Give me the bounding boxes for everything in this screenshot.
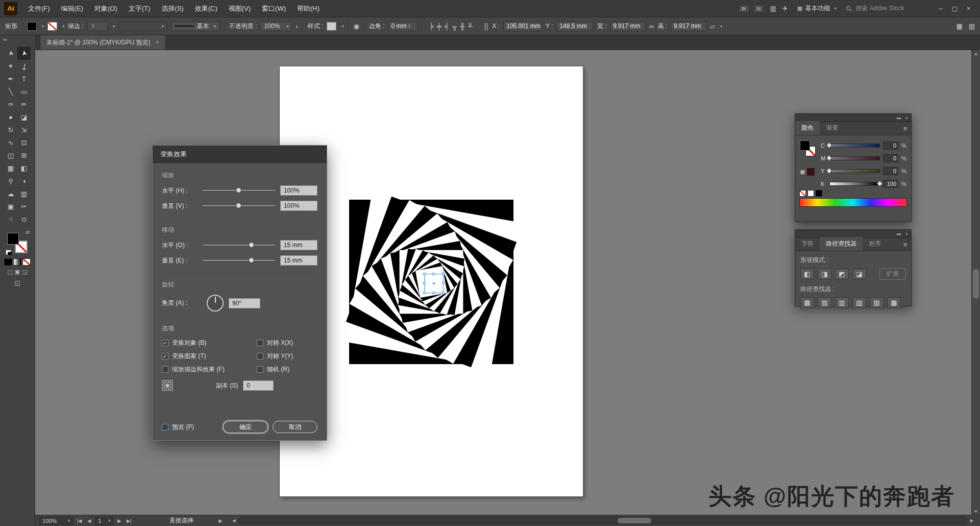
menu-item[interactable]: 编辑(E): [56, 0, 89, 17]
blend-tool[interactable]: ◑: [17, 175, 31, 187]
outline-button[interactable]: ▨: [870, 297, 884, 308]
width-tool[interactable]: ∿: [4, 136, 17, 149]
perspective-grid-tool[interactable]: ⊞: [17, 149, 31, 162]
arrange-documents-icon[interactable]: ▦: [956, 22, 962, 30]
menu-item[interactable]: 文字(T): [123, 0, 156, 17]
lasso-tool[interactable]: ʆ: [17, 60, 31, 73]
close-tab-icon[interactable]: ×: [156, 39, 159, 46]
screen-mode-button[interactable]: ◱: [0, 279, 35, 286]
rectangle-tool[interactable]: ▭: [17, 85, 31, 98]
stroke-weight-input[interactable]: ▴▾: [87, 21, 108, 31]
horizontal-scroll-thumb[interactable]: [618, 518, 651, 523]
slider-handle[interactable]: [249, 257, 254, 263]
bridge-badge[interactable]: Br: [739, 5, 749, 13]
status-popup-icon[interactable]: ▶: [218, 518, 222, 523]
brush-definition-select[interactable]: ▾: [118, 21, 167, 31]
opacity-input[interactable]: 100% ▾: [260, 21, 292, 31]
black-swatch[interactable]: [816, 190, 822, 197]
selection-handle[interactable]: [442, 273, 445, 275]
y-position-input[interactable]: 148.5 mm: [556, 21, 593, 31]
move-slider[interactable]: [203, 240, 275, 250]
scale-slider[interactable]: [203, 201, 275, 211]
channel-slider[interactable]: [829, 168, 880, 175]
paintbrush-tool[interactable]: ✑: [4, 98, 17, 111]
document-layout-icon[interactable]: ▤: [969, 22, 975, 30]
previous-artboard-button[interactable]: ◀: [86, 518, 92, 523]
collapse-panel-icon[interactable]: ◂◂: [896, 115, 901, 121]
stroke-style-select[interactable]: 基本 ▾: [171, 21, 219, 31]
close-panel-icon[interactable]: ×: [905, 231, 908, 236]
minus-front-button[interactable]: ◨: [818, 269, 831, 279]
fill-color-swatch[interactable]: [27, 22, 37, 31]
option-checkbox[interactable]: 变换对象 (B): [162, 339, 257, 347]
artboard-tool[interactable]: ▣: [4, 200, 17, 213]
scroll-left-icon[interactable]: ◀: [230, 518, 238, 523]
minus-back-button[interactable]: ▩: [887, 297, 901, 308]
chevron-down-icon[interactable]: ▾: [42, 24, 44, 29]
pen-tool[interactable]: ✒: [4, 73, 17, 85]
move-slider[interactable]: [203, 255, 275, 266]
selection-handle[interactable]: [442, 282, 445, 284]
align-center-icon[interactable]: ╪: [435, 22, 443, 30]
color-spectrum-bar[interactable]: [799, 198, 907, 207]
align-middle-icon[interactable]: ╫: [458, 22, 466, 30]
align-top-icon[interactable]: ╥: [451, 22, 458, 30]
divide-button[interactable]: ▦: [800, 297, 814, 308]
draw-normal-icon[interactable]: ▢: [7, 269, 12, 275]
selection-handle[interactable]: [442, 292, 445, 294]
horizontal-scrollbar[interactable]: ◀ ▶: [230, 515, 976, 526]
close-panel-icon[interactable]: ×: [905, 115, 908, 121]
rotate-tool[interactable]: ↻: [4, 124, 17, 136]
scale-value-input[interactable]: 100%: [280, 201, 317, 211]
stepper-icons[interactable]: ▴▾: [92, 23, 94, 29]
share-icon[interactable]: ✈: [782, 5, 788, 12]
checkbox-box[interactable]: [257, 353, 263, 360]
align-left-icon[interactable]: ╞: [427, 22, 435, 30]
channel-value-input[interactable]: 0: [883, 154, 898, 162]
channel-slider[interactable]: [829, 142, 880, 149]
move-value-input[interactable]: 15 mm: [280, 240, 317, 250]
gamut-color-swatch[interactable]: [807, 168, 815, 176]
artboard-number-select[interactable]: 1 ▾: [95, 517, 113, 525]
next-artboard-button[interactable]: ▶: [116, 518, 122, 523]
selection-handle[interactable]: [423, 282, 426, 284]
unite-button[interactable]: ◧: [800, 269, 814, 279]
close-button[interactable]: ×: [962, 5, 975, 12]
channel-slider[interactable]: [829, 180, 880, 187]
direct-selection-tool[interactable]: ➤: [17, 47, 31, 60]
option-checkbox[interactable]: 缩放描边和效果 (F): [162, 365, 257, 374]
slider-handle[interactable]: [236, 203, 241, 208]
default-fill-stroke-icon[interactable]: [6, 250, 11, 255]
fill-swatch[interactable]: [800, 140, 810, 151]
channel-slider[interactable]: [829, 155, 880, 162]
shear-icon[interactable]: ▱: [710, 22, 715, 30]
graphic-style-swatch[interactable]: [327, 22, 336, 31]
trim-button[interactable]: ▤: [818, 297, 831, 308]
selection-handle[interactable]: [423, 292, 426, 294]
intersect-button[interactable]: ◩: [835, 269, 849, 279]
magic-wand-tool[interactable]: ✶: [4, 60, 17, 73]
zoom-level-select[interactable]: 100% ▾: [39, 517, 73, 525]
draw-inside-icon[interactable]: ◲: [22, 269, 27, 275]
out-of-gamut-cube-icon[interactable]: ▣: [800, 169, 805, 175]
collapse-panel-icon[interactable]: ◂◂: [896, 231, 901, 236]
none-swatch[interactable]: [799, 190, 806, 197]
gamut-warning[interactable]: ▣: [800, 168, 815, 176]
panel-menu-icon[interactable]: ≡: [903, 241, 907, 248]
checkbox-box[interactable]: [162, 340, 168, 346]
panel-tab[interactable]: 字符: [795, 237, 820, 251]
checkbox-box[interactable]: [257, 366, 263, 373]
column-graph-tool[interactable]: ▥: [17, 187, 31, 200]
reference-point-grid-icon[interactable]: [162, 380, 173, 391]
first-artboard-button[interactable]: |◀: [76, 518, 83, 523]
minimize-button[interactable]: ─: [934, 5, 947, 12]
chevron-down-icon[interactable]: ▾: [113, 24, 115, 29]
preview-checkbox[interactable]: 预览 (P): [162, 423, 194, 432]
app-logo[interactable]: Ai: [4, 2, 17, 15]
align-bottom-icon[interactable]: ╨: [467, 22, 474, 30]
draw-behind-icon[interactable]: ▣: [15, 269, 20, 275]
stepper-icons[interactable]: ▴▾: [408, 23, 410, 29]
stock-search-input[interactable]: 搜索 Adobe Stock: [846, 4, 927, 13]
scale-value-input[interactable]: 100%: [280, 185, 317, 196]
menu-item[interactable]: 帮助(H): [291, 0, 325, 17]
